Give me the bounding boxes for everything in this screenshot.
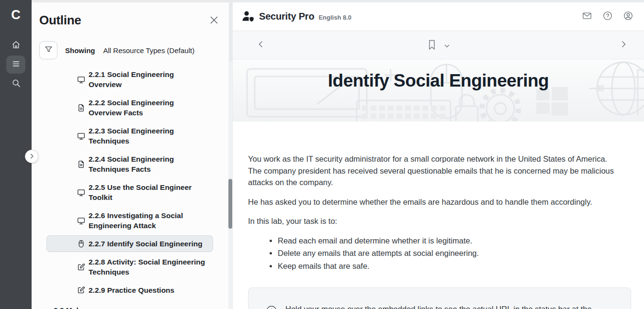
search-icon xyxy=(11,78,21,89)
previous-resource-button[interactable] xyxy=(253,38,268,52)
edit-icon xyxy=(77,263,85,271)
outline-list: 2.2.1 Social Engineering Overview2.2.2 S… xyxy=(32,66,229,309)
outline-section-label: 2.3 Malware xyxy=(54,306,221,309)
outline-item-label: 2.2.3 Social Engineering Techniques xyxy=(89,126,209,146)
monitor-icon xyxy=(77,76,85,84)
help-button[interactable] xyxy=(602,11,613,22)
chevron-down-icon xyxy=(444,42,450,48)
bookmark-dropdown-button[interactable] xyxy=(444,42,450,48)
bookmark-icon xyxy=(427,40,436,50)
info-icon xyxy=(266,305,277,309)
outline-item[interactable]: 2.2.3 Social Engineering Techniques xyxy=(46,122,213,149)
next-resource-button[interactable] xyxy=(616,38,631,52)
outline-item-label: 2.2.8 Activity: Social Engineering Techn… xyxy=(89,257,209,277)
help-icon xyxy=(603,11,612,22)
outline-item-label: 2.2.5 Use the Social Engineer Toolkit xyxy=(89,182,209,202)
outline-item-label: 2.2.2 Social Engineering Overview Facts xyxy=(89,98,209,118)
filter-row: Showing All Resource Types (Default) xyxy=(39,41,221,59)
outline-item-label: 2.2.9 Practice Questions xyxy=(89,285,174,295)
bookmark-button[interactable] xyxy=(427,40,436,50)
outline-item[interactable]: 2.2.6 Investigating a Social Engineering… xyxy=(46,207,213,234)
mail-icon xyxy=(582,11,592,22)
product-title: Security Pro xyxy=(259,11,314,22)
outline-item[interactable]: 2.2.8 Activity: Social Engineering Techn… xyxy=(46,254,213,280)
lesson-content: You work as the IT security administrato… xyxy=(233,121,644,309)
task-list-item: Read each email and determine whether it… xyxy=(278,236,622,246)
close-outline-button[interactable] xyxy=(208,15,220,27)
rail-outline-button[interactable] xyxy=(6,55,25,74)
rail-search-button[interactable] xyxy=(6,75,25,93)
product-header: Security Pro English 8.0 xyxy=(233,2,644,31)
task-list-item: Delete any emails that are attempts at s… xyxy=(278,248,622,259)
rail-home-button[interactable] xyxy=(6,36,25,55)
chevron-right-icon xyxy=(29,152,34,161)
resource-toolbar xyxy=(233,31,644,59)
lesson-paragraph: In this lab, your task is to: xyxy=(248,215,621,227)
chevron-right-icon xyxy=(620,41,627,50)
page-title: Identify Social Engineering xyxy=(233,71,644,91)
main-panel: Security Pro English 8.0 xyxy=(233,2,644,309)
account-icon xyxy=(623,11,633,22)
menu-icon xyxy=(11,59,21,70)
outline-title: Outline xyxy=(39,13,221,28)
mouse-icon xyxy=(77,240,85,248)
monitor-icon xyxy=(77,217,85,225)
monitor-icon xyxy=(77,188,85,197)
account-button[interactable] xyxy=(623,11,633,22)
task-list: Read each email and determine whether it… xyxy=(278,236,622,272)
messages-button[interactable] xyxy=(582,11,592,22)
monitor-icon xyxy=(77,132,85,140)
outline-panel: Outline Showing All Resource Types (Defa… xyxy=(32,2,229,309)
outline-item[interactable]: 2.2.4 Social Engineering Techniques Fact… xyxy=(46,151,213,177)
filter-value[interactable]: All Resource Types (Default) xyxy=(103,46,195,55)
note-text: Hold your mouse over the embedded links … xyxy=(285,302,611,309)
file-icon xyxy=(77,160,85,168)
outline-item[interactable]: 2.2.5 Use the Social Engineer Toolkit xyxy=(46,179,213,206)
chevron-left-icon xyxy=(257,41,264,50)
outline-item[interactable]: 2.2.7 Identify Social Engineering xyxy=(46,235,213,252)
lesson-paragraph: You work as the IT security administrato… xyxy=(248,153,621,188)
outline-item-label: 2.2.6 Investigating a Social Engineering… xyxy=(89,210,209,231)
outline-item[interactable]: 2.2.2 Social Engineering Overview Facts xyxy=(46,94,213,121)
file-icon xyxy=(77,104,85,112)
app-logo: C xyxy=(0,0,32,30)
app-window: C Outline Showing All Resource Types (D xyxy=(0,0,644,309)
outline-item[interactable]: 2.2.1 Social Engineering Overview xyxy=(46,66,213,93)
task-list-item: Keep emails that are safe. xyxy=(278,261,622,272)
outline-item-label: 2.2.4 Social Engineering Techniques Fact… xyxy=(89,154,209,174)
security-pro-logo-icon xyxy=(242,11,255,22)
filter-button[interactable] xyxy=(39,41,57,59)
outline-scrollbar-thumb[interactable] xyxy=(228,179,232,229)
filter-showing-label: Showing xyxy=(65,46,95,55)
product-edition: English 8.0 xyxy=(318,12,351,21)
filter-funnel-icon xyxy=(45,45,53,55)
close-icon xyxy=(210,16,218,26)
home-icon xyxy=(11,40,21,51)
edit-icon xyxy=(77,286,85,294)
outline-item-label: 2.2.7 Identify Social Engineering xyxy=(89,239,203,249)
note-box: Hold your mouse over the embedded links … xyxy=(248,287,631,309)
outline-item-label: 2.2.1 Social Engineering Overview xyxy=(89,69,209,89)
panel-expand-toggle[interactable] xyxy=(25,150,38,163)
outline-item[interactable]: 2.2.9 Practice Questions xyxy=(46,282,213,298)
lesson-paragraph: He has asked you to determine whether th… xyxy=(248,196,621,208)
lesson-banner: Identify Social Engineering xyxy=(233,59,644,121)
